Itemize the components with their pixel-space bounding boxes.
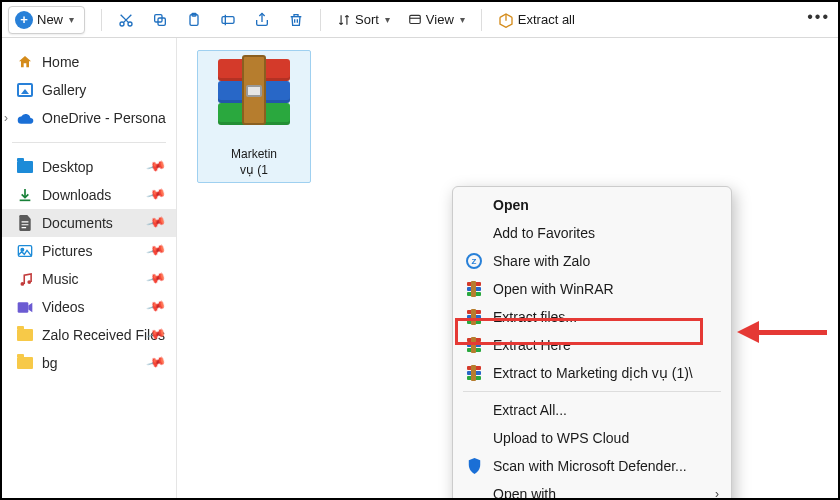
rar-icon <box>465 280 483 298</box>
content-area[interactable]: Marketin vụ (1 Open Add to Favorites Z S… <box>177 38 838 498</box>
sidebar-item-videos[interactable]: Videos 📌 <box>2 293 176 321</box>
ctx-scan-defender[interactable]: Scan with Microsoft Defender... <box>453 452 731 480</box>
sidebar-item-label: Documents <box>42 215 113 231</box>
context-menu: Open Add to Favorites Z Share with Zalo … <box>452 186 732 500</box>
view-button[interactable]: View ▾ <box>402 6 471 34</box>
rar-icon <box>465 364 483 382</box>
desktop-icon <box>16 158 34 176</box>
sidebar-item-label: Music <box>42 271 79 287</box>
sidebar-item-bg[interactable]: bg 📌 <box>2 349 176 377</box>
paste-icon[interactable] <box>180 6 208 34</box>
zalo-icon: Z <box>465 252 483 270</box>
ctx-label: Share with Zalo <box>493 253 590 269</box>
sidebar-item-downloads[interactable]: Downloads 📌 <box>2 181 176 209</box>
svg-rect-12 <box>18 302 29 313</box>
ctx-label: Scan with Microsoft Defender... <box>493 458 687 474</box>
annotation-arrow <box>737 325 827 339</box>
sidebar-item-label: Downloads <box>42 187 111 203</box>
sort-label: Sort <box>355 12 379 27</box>
sidebar-item-label: bg <box>42 355 58 371</box>
file-name: Marketin vụ (1 <box>202 147 306 178</box>
ctx-label: Upload to WPS Cloud <box>493 430 629 446</box>
pin-icon: 📌 <box>145 212 166 233</box>
sidebar-item-label: Videos <box>42 299 85 315</box>
rar-file-icon <box>210 55 298 143</box>
sidebar-item-zalo-received[interactable]: Zalo Received Files 📌 <box>2 321 176 349</box>
toolbar: + New ▾ Sort ▾ View ▾ Extract all ••• <box>2 2 838 38</box>
music-icon <box>16 270 34 288</box>
ctx-upload-wps[interactable]: Upload to WPS Cloud <box>453 424 731 452</box>
ctx-label: Extract to Marketing dịch vụ (1)\ <box>493 365 693 381</box>
ctx-label: Open <box>493 197 529 213</box>
ctx-label: Extract All... <box>493 402 567 418</box>
ctx-label: Add to Favorites <box>493 225 595 241</box>
chevron-down-icon: ▾ <box>69 14 74 25</box>
plus-icon: + <box>15 11 33 29</box>
ctx-share-zalo[interactable]: Z Share with Zalo <box>453 247 731 275</box>
overflow-icon[interactable]: ••• <box>807 8 830 26</box>
pin-icon: 📌 <box>145 296 166 317</box>
ctx-label: Open with WinRAR <box>493 281 614 297</box>
folder-icon <box>16 326 34 344</box>
sidebar-item-label: Pictures <box>42 243 93 259</box>
sidebar-item-pictures[interactable]: Pictures 📌 <box>2 237 176 265</box>
svg-rect-6 <box>222 16 234 23</box>
ctx-extract-here[interactable]: Extract Here <box>453 331 731 359</box>
file-item[interactable]: Marketin vụ (1 <box>197 50 311 183</box>
copy-icon[interactable] <box>146 6 174 34</box>
ctx-extract-to[interactable]: Extract to Marketing dịch vụ (1)\ <box>453 359 731 387</box>
video-icon <box>16 298 34 316</box>
document-icon <box>16 214 34 232</box>
rar-icon <box>465 336 483 354</box>
ctx-label: Extract Here <box>493 337 571 353</box>
svg-rect-7 <box>410 15 421 23</box>
sidebar-item-desktop[interactable]: Desktop 📌 <box>2 153 176 181</box>
cloud-icon <box>16 109 34 127</box>
folder-icon <box>16 354 34 372</box>
svg-point-1 <box>128 22 132 26</box>
view-label: View <box>426 12 454 27</box>
rename-icon[interactable] <box>214 6 242 34</box>
ctx-extract-all[interactable]: Extract All... <box>453 396 731 424</box>
pin-icon: 📌 <box>145 268 166 289</box>
share-icon[interactable] <box>248 6 276 34</box>
extract-all-label: Extract all <box>518 12 575 27</box>
sidebar-item-label: Home <box>42 54 79 70</box>
pin-icon: 📌 <box>145 184 166 205</box>
chevron-down-icon: ▾ <box>460 14 465 25</box>
sidebar-item-label: Desktop <box>42 159 93 175</box>
sidebar: Home Gallery OneDrive - Persona Desktop … <box>2 38 177 498</box>
sort-button[interactable]: Sort ▾ <box>331 6 396 34</box>
new-label: New <box>37 12 63 27</box>
sidebar-item-label: Gallery <box>42 82 86 98</box>
pin-icon: 📌 <box>145 352 166 373</box>
ctx-open-winrar[interactable]: Open with WinRAR <box>453 275 731 303</box>
pictures-icon <box>16 242 34 260</box>
ctx-extract-files[interactable]: Extract files... <box>453 303 731 331</box>
chevron-right-icon: › <box>715 487 719 500</box>
ctx-label: Open with <box>493 486 556 500</box>
ctx-open-with[interactable]: Open with › <box>453 480 731 500</box>
delete-icon[interactable] <box>282 6 310 34</box>
sidebar-item-music[interactable]: Music 📌 <box>2 265 176 293</box>
extract-all-button[interactable]: Extract all <box>492 6 581 34</box>
sidebar-item-gallery[interactable]: Gallery <box>2 76 176 104</box>
pin-icon: 📌 <box>145 240 166 261</box>
ctx-label: Extract files... <box>493 309 577 325</box>
ctx-open[interactable]: Open <box>453 191 731 219</box>
cut-icon[interactable] <box>112 6 140 34</box>
main: Home Gallery OneDrive - Persona Desktop … <box>2 38 838 498</box>
download-icon <box>16 186 34 204</box>
sidebar-item-home[interactable]: Home <box>2 48 176 76</box>
sidebar-item-onedrive[interactable]: OneDrive - Persona <box>2 104 176 132</box>
home-icon <box>16 53 34 71</box>
chevron-down-icon: ▾ <box>385 14 390 25</box>
new-button[interactable]: + New ▾ <box>8 6 85 34</box>
sidebar-item-documents[interactable]: Documents 📌 <box>2 209 176 237</box>
pin-icon: 📌 <box>145 156 166 177</box>
ctx-add-favorites[interactable]: Add to Favorites <box>453 219 731 247</box>
svg-point-9 <box>21 248 24 251</box>
shield-icon <box>465 457 483 475</box>
rar-icon <box>465 308 483 326</box>
sidebar-item-label: OneDrive - Persona <box>42 110 166 126</box>
